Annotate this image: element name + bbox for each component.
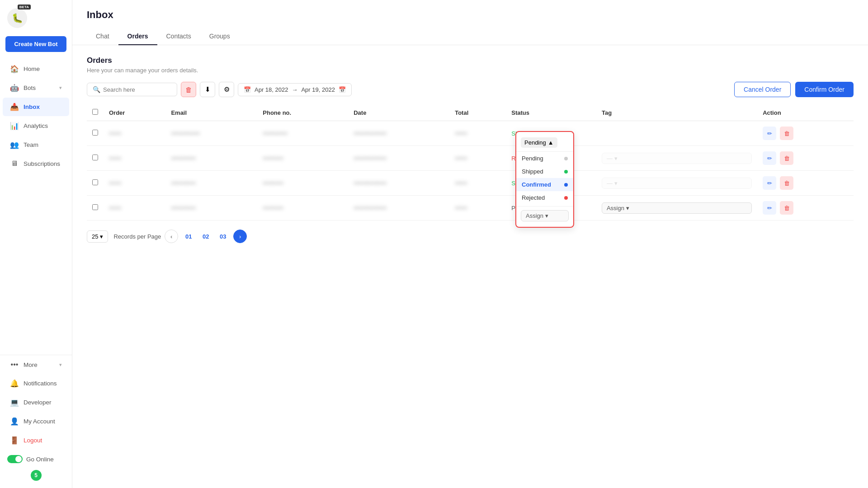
sidebar-bottom: ••• More ▾ 🔔 Notifications 💻 Developer 👤… bbox=[0, 355, 72, 488]
tab-chat[interactable]: Chat bbox=[87, 28, 118, 45]
assign-label: Assign bbox=[607, 205, 624, 211]
tag-option-confirmed[interactable]: Confirmed bbox=[516, 178, 573, 191]
row-total: •••••• bbox=[449, 196, 506, 221]
next-page-button[interactable]: › bbox=[233, 230, 247, 243]
chevron-down-icon: ▾ bbox=[59, 85, 62, 91]
edit-button[interactable]: ✏ bbox=[763, 176, 776, 190]
more-icon: ••• bbox=[10, 361, 19, 369]
tag-button[interactable]: — ▾ bbox=[602, 178, 752, 189]
sidebar-item-home[interactable]: 🏠 Home bbox=[3, 60, 69, 78]
page-01[interactable]: 01 bbox=[182, 230, 195, 243]
search-box[interactable]: 🔍 bbox=[87, 83, 177, 96]
sidebar-item-inbox[interactable]: 📥 Inbox bbox=[3, 98, 69, 116]
edit-button[interactable]: ✏ bbox=[763, 151, 776, 165]
row-total: •••••• bbox=[449, 146, 506, 171]
cancel-order-button[interactable]: Cancel Order bbox=[734, 82, 791, 97]
sidebar-item-label: Notifications bbox=[24, 380, 57, 387]
sidebar-item-subscriptions[interactable]: 🖥 Subscriptions bbox=[3, 155, 69, 173]
sidebar-item-notifications[interactable]: 🔔 Notifications bbox=[3, 374, 69, 393]
row-tag-cell: Pending ▲ bbox=[596, 121, 757, 146]
tab-orders[interactable]: Orders bbox=[118, 28, 157, 45]
th-checkbox bbox=[87, 104, 104, 121]
row-checkbox[interactable] bbox=[92, 130, 98, 136]
sidebar-item-analytics[interactable]: 📊 Analytics bbox=[3, 117, 69, 135]
tag-assign-button[interactable]: Assign ▾ bbox=[521, 210, 569, 221]
row-email: •••••••••••• bbox=[165, 146, 257, 171]
arrow-icon: → bbox=[292, 86, 297, 93]
chevron-down-icon: ▾ bbox=[545, 212, 548, 219]
tag-option-shipped[interactable]: Shipped bbox=[516, 165, 573, 178]
sidebar-item-more[interactable]: ••• More ▾ bbox=[3, 356, 69, 374]
row-phone: •••••••••••• bbox=[257, 121, 348, 146]
delete-button[interactable]: 🗑 bbox=[780, 127, 793, 140]
assign-button[interactable]: Assign ▾ bbox=[602, 202, 752, 214]
tab-contacts[interactable]: Contacts bbox=[157, 28, 200, 45]
go-online-label: Go Online bbox=[26, 456, 54, 463]
select-all-checkbox[interactable] bbox=[92, 109, 98, 115]
page-03[interactable]: 03 bbox=[216, 230, 230, 243]
th-action: Action bbox=[757, 104, 854, 121]
prev-page-button[interactable]: ‹ bbox=[165, 230, 178, 243]
row-checkbox-cell bbox=[87, 121, 104, 146]
tag-option-rejected[interactable]: Rejected bbox=[516, 191, 573, 204]
delete-button[interactable]: 🗑 bbox=[780, 151, 793, 165]
action-buttons: ✏ 🗑 bbox=[763, 127, 848, 140]
row-checkbox[interactable] bbox=[92, 204, 98, 210]
sidebar-item-my-account[interactable]: 👤 My Account bbox=[3, 412, 69, 431]
row-total: •••••• bbox=[449, 121, 506, 146]
developer-icon: 💻 bbox=[10, 398, 19, 407]
content-area: Orders Here your can manage your orders … bbox=[72, 45, 868, 488]
row-action: ✏ 🗑 bbox=[757, 146, 854, 171]
tag-button[interactable]: — ▾ bbox=[602, 153, 752, 164]
logout-icon: 🚪 bbox=[10, 436, 19, 445]
tab-groups[interactable]: Groups bbox=[200, 28, 239, 45]
table-row: •••••• •••••••••••• •••••••••• •••••••••… bbox=[87, 171, 854, 196]
edit-button[interactable]: ✏ bbox=[763, 201, 776, 215]
download-button[interactable]: ⬇ bbox=[200, 82, 215, 97]
tag-option-pending[interactable]: Pending bbox=[516, 152, 573, 165]
row-checkbox-cell bbox=[87, 171, 104, 196]
row-order: •••••• bbox=[104, 121, 165, 146]
sidebar-item-logout[interactable]: 🚪 Logout bbox=[3, 431, 69, 450]
account-icon: 👤 bbox=[10, 417, 19, 426]
tag-option-label: Shipped bbox=[522, 168, 543, 175]
sidebar-item-label: More bbox=[24, 361, 38, 368]
go-online-toggle[interactable] bbox=[7, 455, 23, 463]
date-range[interactable]: 📅 Apr 18, 2022 → Apr 19, 2022 📅 bbox=[238, 83, 352, 96]
tag-popup-header-label: Pending bbox=[524, 139, 546, 146]
toolbar: 🔍 🗑 ⬇ ⚙ 📅 Apr 18, 2022 → Apr 19, 2022 📅 … bbox=[87, 82, 854, 97]
search-input[interactable] bbox=[103, 86, 171, 93]
home-icon: 🏠 bbox=[10, 65, 19, 73]
th-email: Email bbox=[165, 104, 257, 121]
row-action: ✏ 🗑 bbox=[757, 121, 854, 146]
page-02[interactable]: 02 bbox=[199, 230, 212, 243]
chevron-down-icon: ▾ bbox=[59, 362, 62, 368]
row-checkbox[interactable] bbox=[92, 179, 98, 185]
th-status: Status bbox=[506, 104, 596, 121]
sidebar-item-bots[interactable]: 🤖 Bots ▾ bbox=[3, 79, 69, 97]
create-bot-button[interactable]: Create New Bot bbox=[5, 36, 66, 52]
row-checkbox-cell bbox=[87, 146, 104, 171]
dot-blue-icon bbox=[564, 183, 568, 187]
tag-popup-current[interactable]: Pending ▲ bbox=[521, 137, 557, 148]
confirm-order-button[interactable]: Confirm Order bbox=[795, 82, 854, 97]
sidebar-item-developer[interactable]: 💻 Developer bbox=[3, 393, 69, 412]
row-email: •••••••••••• bbox=[165, 171, 257, 196]
delete-filter-button[interactable]: 🗑 bbox=[181, 82, 196, 97]
delete-button[interactable]: 🗑 bbox=[780, 201, 793, 215]
row-date: •••••••••••••••• bbox=[348, 121, 449, 146]
filter-button[interactable]: ⚙ bbox=[219, 82, 234, 97]
edit-button[interactable]: ✏ bbox=[763, 127, 776, 140]
row-checkbox[interactable] bbox=[92, 155, 98, 160]
pagination: 25 ▾ Records per Page ‹ 01 02 03 › bbox=[87, 230, 854, 243]
row-date: •••••••••••••••• bbox=[348, 171, 449, 196]
row-action: ✏ 🗑 bbox=[757, 196, 854, 221]
sidebar-item-team[interactable]: 👥 Team bbox=[3, 136, 69, 154]
date-to: Apr 19, 2022 bbox=[301, 86, 335, 93]
tag-option-label: Rejected bbox=[522, 194, 545, 201]
delete-button[interactable]: 🗑 bbox=[780, 176, 793, 190]
action-buttons: ✏ 🗑 bbox=[763, 201, 848, 215]
per-page-select[interactable]: 25 ▾ bbox=[87, 230, 108, 243]
tag-option-label: Confirmed bbox=[522, 181, 551, 188]
th-total: Total bbox=[449, 104, 506, 121]
